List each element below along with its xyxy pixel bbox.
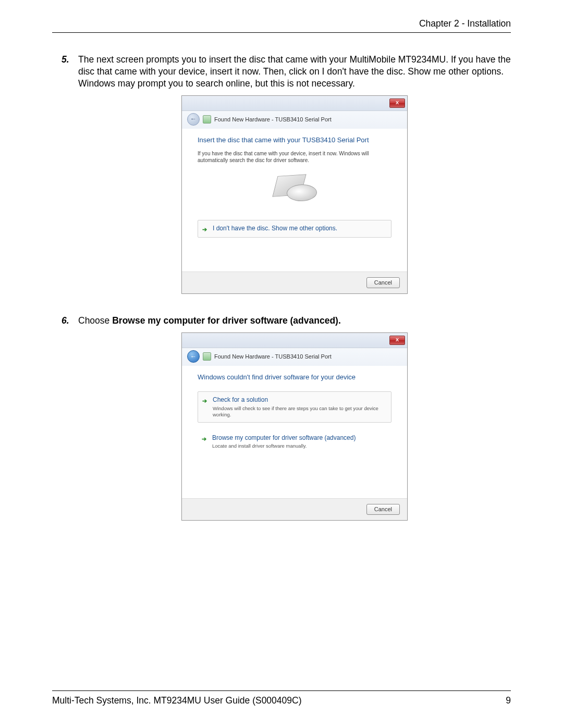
close-icon[interactable]: X [389,98,405,108]
dialog-couldnt-find: X ← Found New Hardware - TUSB3410 Serial… [181,332,408,520]
back-button[interactable]: ← [187,350,200,363]
step-6-number: 6. [62,315,69,327]
arrow-right-icon: ➔ [202,226,207,233]
cancel-button[interactable]: Cancel [366,504,400,514]
titlebar: X [182,96,407,111]
nav-title: Found New Hardware - TUSB3410 Serial Por… [214,353,332,360]
dialog-insert-disc: X ← Found New Hardware - TUSB3410 Serial… [181,95,408,293]
step-5: 5. The next screen prompts you to insert… [52,54,511,294]
titlebar: X [182,333,407,348]
nav-title: Found New Hardware - TUSB3410 Serial Por… [214,116,332,123]
close-icon[interactable]: X [389,336,405,345]
nav-row: ← Found New Hardware - TUSB3410 Serial P… [182,111,407,129]
nav-row: ← Found New Hardware - TUSB3410 Serial P… [182,348,407,366]
option-title: Check for a solution [213,396,386,404]
step-5-number: 5. [62,54,69,66]
cd-disc-icon [286,184,317,202]
arrow-left-icon: ← [190,115,197,124]
arrow-right-icon: ➔ [202,397,207,404]
arrow-left-icon: ← [190,353,197,361]
page-footer: Multi-Tech Systems, Inc. MT9234MU User G… [52,690,511,706]
option-no-disc[interactable]: ➔ I don't have the disc. Show me other o… [198,220,391,238]
device-icon [203,352,211,361]
cd-illustration [271,173,318,204]
step-6-bold: Browse my computer for driver software (… [112,315,341,326]
dialog-footer: Cancel [182,272,407,293]
option-title: Browse my computer for driver software (… [212,434,386,442]
footer-page-number: 9 [506,695,511,706]
step-6: 6. Choose Browse my computer for driver … [52,315,511,521]
step-5-text: The next screen prompts you to insert th… [78,54,511,89]
chapter-title: Chapter 2 - Installation [419,18,511,29]
step-6-prefix: Choose [78,315,112,326]
device-icon [203,115,211,124]
back-button[interactable]: ← [187,113,200,126]
option-subtitle: Windows will check to see if there are s… [213,405,386,418]
dialog-text: If you have the disc that came with your… [198,150,391,164]
footer-guide: Multi-Tech Systems, Inc. MT9234MU User G… [52,695,302,706]
option-subtitle: Locate and install driver software manua… [212,443,386,449]
arrow-right-icon: ➔ [202,435,206,442]
dialog-footer: Cancel [182,498,407,520]
dialog-body: Windows couldn't find driver software fo… [182,366,407,498]
dialog-heading: Insert the disc that came with your TUSB… [198,136,391,145]
dialog-body: Insert the disc that came with your TUSB… [182,129,407,272]
option-browse-computer[interactable]: ➔ Browse my computer for driver software… [198,430,391,453]
dialog-heading: Windows couldn't find driver software fo… [198,373,391,382]
page-header: Chapter 2 - Installation [52,18,511,33]
option-check-solution[interactable]: ➔ Check for a solution Windows will chec… [198,391,391,422]
cancel-button[interactable]: Cancel [366,277,400,288]
option-title: I don't have the disc. Show me other opt… [213,225,386,233]
